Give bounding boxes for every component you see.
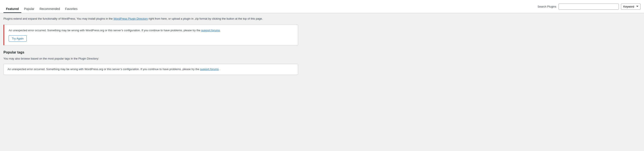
info-text-after-link: right from here, or upload a plugin in .… [148,17,263,20]
search-input[interactable] [558,4,619,10]
search-area: Search Plugins Keyword Tag Author [538,4,640,10]
popular-tags-title: Popular tags [4,51,298,54]
error-text-2-after-link: . [219,68,220,71]
info-paragraph: Plugins extend and expand the functional… [4,17,298,21]
plugin-directory-link[interactable]: WordPress Plugin Directory [114,17,148,20]
tab-featured[interactable]: Featured [4,3,21,13]
error-message-1: An unexpected error occurred. Something … [8,28,294,33]
keyword-select[interactable]: Keyword Tag Author [621,4,640,10]
tabs-list: Featured Popular Recommended Favorites [4,0,80,13]
error-box-1: An unexpected error occurred. Something … [4,25,298,45]
error-text-after-link: . [220,29,221,32]
tab-popular[interactable]: Popular [21,3,37,13]
support-forums-link-2[interactable]: support forums [200,68,219,71]
error-text-2-before-link: An unexpected error occurred. Something … [8,68,200,71]
popular-tags-description: You may also browse based on the most po… [4,57,298,61]
search-plugins-label: Search Plugins [538,5,556,8]
try-again-button[interactable]: Try Again [8,35,27,42]
tab-navigation: Featured Popular Recommended Favorites S… [0,0,644,13]
tab-recommended[interactable]: Recommended [37,3,62,13]
support-forums-link-1[interactable]: support forums [201,29,220,32]
info-text-before-link: Plugins extend and expand the functional… [4,17,114,20]
popular-tags-section: Popular tags You may also browse based o… [4,51,298,75]
tab-favorites[interactable]: Favorites [62,3,80,13]
main-content: Plugins extend and expand the functional… [0,13,302,78]
error-box-2: An unexpected error occurred. Something … [4,64,298,75]
error-text-before-link: An unexpected error occurred. Something … [8,29,201,32]
